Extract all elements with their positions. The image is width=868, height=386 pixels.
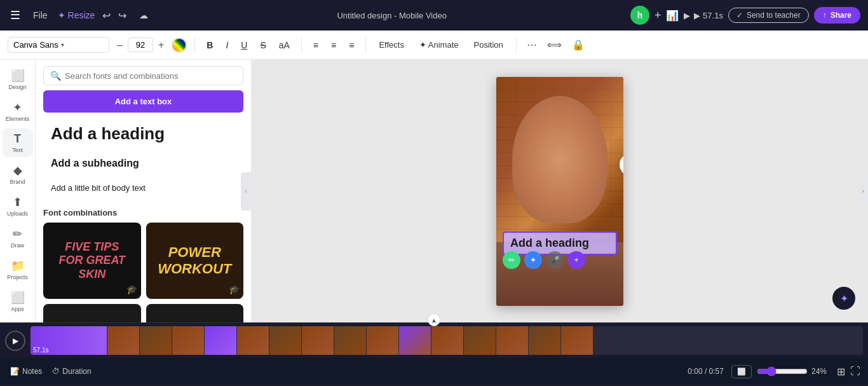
hide-right-panel-button[interactable]: ›	[858, 179, 868, 204]
sidebar-item-text[interactable]: T Text	[3, 128, 33, 157]
timeline-thumb-12	[464, 326, 496, 355]
canvas-tool-magic-button[interactable]: ✦	[524, 251, 542, 269]
avatar[interactable]: h	[630, 6, 649, 25]
time-display: 0:00 / 0:57	[688, 367, 724, 376]
canvas-video-bg	[496, 77, 623, 306]
timeline-thumb-10	[399, 326, 431, 355]
canvas-tool-edit-button[interactable]: ✏	[503, 251, 520, 269]
timeline-thumb-3	[172, 326, 204, 355]
collapse-panel-button[interactable]: ‹	[241, 172, 251, 210]
zoom-slider-wrap: 24%	[757, 366, 827, 376]
timeline-thumb-6	[269, 326, 301, 355]
resize-proportional-button[interactable]: ⟺	[545, 36, 564, 53]
hide-timeline-button[interactable]: ▲	[428, 314, 440, 326]
timeline-thumb-9	[367, 326, 398, 355]
add-text-box-button[interactable]: Add a text box	[43, 90, 243, 113]
font-card-badge-1: 🎓	[126, 284, 137, 295]
chevron-down-icon: ▾	[61, 41, 64, 48]
redo-button[interactable]: ↪	[116, 7, 129, 24]
analytics-button[interactable]: 📊	[666, 10, 679, 22]
undo-redo-group: ↩ ↪	[100, 7, 129, 24]
sidebar-item-brand[interactable]: ◆ Brand	[3, 160, 33, 189]
sidebar-item-elements[interactable]: ✦ Elements	[3, 97, 33, 126]
fullscreen-button[interactable]: ⛶	[848, 363, 863, 380]
text-color-button[interactable]	[172, 38, 187, 53]
main-content: ⬜ Design ✦ Elements T Text ◆ Brand ⬆ Upl…	[0, 60, 868, 322]
bold-button[interactable]: B	[203, 38, 217, 53]
effects-button[interactable]: Effects	[374, 38, 409, 52]
timeline-controls: ▶ 57.1s	[0, 323, 868, 358]
align-left-button[interactable]: ≡	[309, 38, 322, 53]
cloud-button[interactable]: ☁	[134, 8, 153, 23]
more-options-button[interactable]: ⋯	[524, 36, 539, 53]
uploads-icon: ⬆	[13, 195, 22, 209]
font-size-decrease-button[interactable]: –	[114, 38, 125, 52]
resize-button[interactable]: ✦ Resize	[58, 10, 95, 20]
font-card-2[interactable]: POWERWORKOUT 🎓	[146, 223, 244, 299]
underline-button[interactable]: U	[237, 38, 251, 53]
sidebar-item-projects[interactable]: 📁 Projects	[3, 255, 33, 284]
divider-2	[301, 38, 302, 53]
resize-label: Resize	[68, 10, 95, 20]
lock-button[interactable]: 🔒	[569, 36, 587, 53]
notes-button[interactable]: 📝 Notes	[5, 364, 47, 378]
ai-assistant-button[interactable]: ✦	[832, 287, 855, 310]
play-button[interactable]: ▶	[5, 331, 25, 351]
font-card-1[interactable]: FIVE TIPSFOR GREATSKIN 🎓	[43, 223, 141, 299]
font-card-3[interactable]: PARKENMAISE 🎓	[43, 304, 141, 322]
timeline-clip-main[interactable]: 57.1s	[31, 326, 107, 355]
list-button[interactable]: ≡	[327, 38, 340, 53]
italic-button[interactable]: I	[222, 38, 232, 53]
animate-button[interactable]: ✦ Animate	[414, 38, 464, 52]
nav-right: h + 📊 ▶ ▶ 57.1s ✓ Send to teacher ↑ Shar…	[630, 6, 860, 25]
send-to-teacher-button[interactable]: ✓ Send to teacher	[728, 8, 809, 23]
duration-button[interactable]: ⏱ Duration	[47, 364, 96, 378]
preview-button[interactable]: ▶ ▶ 57.1s	[684, 11, 722, 20]
search-input-wrap: 🔍	[43, 66, 243, 85]
timeline-bottom: 📝 Notes ⏱ Duration 0:00 / 0:57 ⬜ 24% ⊞ ⛶	[0, 358, 868, 385]
add-subheading-button[interactable]: Add a subheading	[43, 153, 243, 174]
font-size-control: – +	[114, 38, 166, 52]
sidebar-label-projects: Projects	[7, 274, 28, 280]
font-card-4[interactable]: open DAILY 🎓	[146, 304, 244, 322]
indent-button[interactable]: ≡	[345, 38, 358, 53]
search-input[interactable]	[65, 71, 236, 81]
sidebar-item-design[interactable]: ⬜ Design	[3, 65, 33, 94]
sidebar-label-text: Text	[12, 147, 23, 153]
font-size-increase-button[interactable]: +	[156, 38, 166, 52]
sidebar-label-brand: Brand	[10, 179, 25, 185]
star-icon: ✦	[58, 10, 65, 20]
duration-label: Duration	[62, 367, 91, 376]
add-heading-button[interactable]: Add a heading	[43, 119, 243, 149]
search-bar: 🔍	[36, 60, 251, 90]
timeline-thumb-1	[107, 326, 139, 355]
top-nav: ☰ File ✦ Resize ↩ ↪ ☁ Untitled design - …	[0, 0, 868, 31]
zoom-percent: 24%	[811, 367, 827, 376]
zoom-slider[interactable]	[757, 366, 808, 376]
play-time-label: ▶ 57.1s	[694, 11, 722, 20]
add-body-text-button[interactable]: Add a little bit of body text	[43, 178, 243, 198]
position-button[interactable]: Position	[468, 38, 508, 52]
strikethrough-button[interactable]: S	[256, 38, 269, 53]
timeline-outer: ▲ ▶ 57.1s	[0, 322, 868, 386]
file-button[interactable]: File	[28, 8, 53, 23]
canvas-tool-plus-button[interactable]: +	[567, 251, 585, 269]
sidebar-item-draw[interactable]: ✏ Draw	[3, 223, 33, 252]
timeline-area: ▶ 57.1s	[0, 322, 868, 386]
share-button[interactable]: ↑ Share	[814, 7, 860, 24]
sidebar-item-apps[interactable]: ⬜ Apps	[3, 287, 33, 316]
grid-view-button[interactable]: ⊞	[834, 363, 848, 380]
hamburger-button[interactable]: ☰	[8, 6, 23, 25]
add-collaborator-button[interactable]: +	[654, 9, 661, 22]
timeline-mode-button[interactable]: ⬜	[731, 365, 752, 378]
font-selector[interactable]: Canva Sans ▾	[8, 37, 109, 53]
canvas-face	[512, 96, 607, 223]
sidebar-item-uploads[interactable]: ⬆ Uploads	[3, 191, 33, 221]
notes-icon: 📝	[10, 367, 20, 376]
font-size-input[interactable]	[128, 38, 153, 52]
undo-button[interactable]: ↩	[100, 7, 113, 24]
case-button[interactable]: aA	[275, 38, 294, 53]
canvas-tool-mic-button[interactable]: 🎤	[546, 251, 564, 269]
timeline-thumb-2	[140, 326, 172, 355]
timeline-clip-time: 57.1s	[33, 347, 48, 354]
